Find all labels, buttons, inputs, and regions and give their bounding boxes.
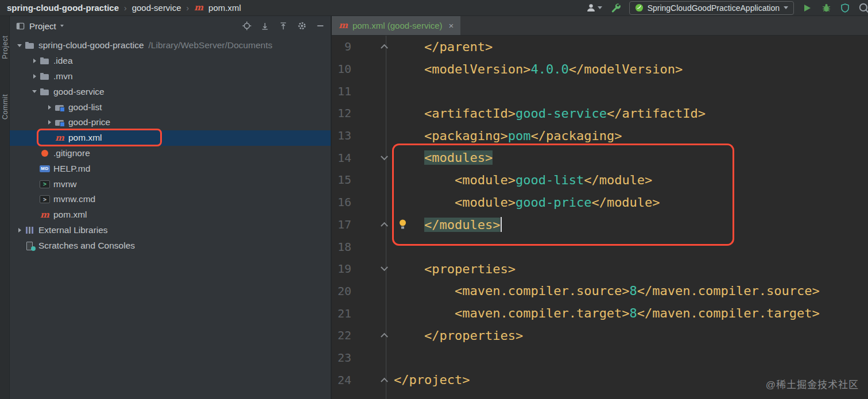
line-number: 12 [332,106,351,120]
tree-item[interactable]: .mvn [10,69,331,84]
tree-item[interactable]: good-price [10,115,331,130]
tree-item[interactable]: mpom.xml [10,130,331,146]
text-cursor [501,217,502,232]
locate-file-icon[interactable] [242,21,251,31]
tree-item[interactable]: .idea [10,53,331,69]
code-line[interactable]: 18 [332,235,868,258]
code-token: <artifactId> [424,106,516,121]
code-line[interactable]: 14 <modules> [332,146,868,169]
stripe-commit-button[interactable]: Commit [1,94,9,119]
code-line[interactable]: 21 <maven.compiler.target>8</maven.compi… [332,302,868,324]
chevron-right-icon[interactable] [14,228,25,233]
folder-icon [40,72,50,81]
maven-icon: m [40,210,50,219]
shell-icon: > [40,180,50,188]
code-line[interactable]: 22 </properties> [332,324,868,347]
code-line[interactable]: 11 [332,80,868,102]
run-configuration-select[interactable]: SpringCloudGoodPracticeApplication [629,1,794,15]
collapse-all-icon[interactable] [278,21,288,31]
tree-item[interactable]: MDHELP.md [10,161,331,176]
module-folder-icon [55,118,65,127]
gutter-cell [351,125,394,147]
run-button[interactable] [801,2,813,14]
breadcrumb-item[interactable]: pom.xml [208,3,241,13]
chevron-down-icon[interactable] [29,90,40,93]
tree-item[interactable]: good-service [10,84,331,99]
build-hammer-icon[interactable] [610,2,622,14]
main-toolbar: spring-cloud-good-practice›good-service›… [0,0,868,16]
coverage-shield-icon[interactable] [839,2,851,14]
project-panel-title[interactable]: Project [29,21,56,31]
fold-down-icon[interactable] [381,264,388,272]
code-line[interactable]: 17 </modules> [332,214,868,236]
tree-item[interactable]: Scratches and Consoles [10,238,331,253]
tree-item-label: .idea [53,56,73,66]
code-token: </artifactId> [607,106,706,121]
tree-item-label: good-price [68,117,110,127]
code-line[interactable]: 9 </parent> [332,36,868,58]
tree-item-label: mvnw.cmd [53,194,95,204]
fold-up-icon[interactable] [381,378,388,385]
editor-tab[interactable]: m pom.xml (good-service) × [332,16,460,35]
fold-up-icon[interactable] [381,44,388,52]
gutter-cell [351,280,394,303]
stripe-project-button[interactable]: Project [1,36,9,59]
code-line[interactable]: 23 [332,347,868,369]
chevron-down-icon [598,6,602,9]
search-icon[interactable] [858,2,868,14]
expand-all-icon[interactable] [260,21,270,31]
code-line[interactable]: 12 <artifactId>good-service</artifactId> [332,102,868,125]
code-text: <modules> [394,150,493,165]
tree-item[interactable]: >mvnw.cmd [10,192,331,207]
close-icon[interactable]: × [449,21,454,30]
fold-down-icon[interactable] [381,153,388,160]
hide-panel-icon[interactable] [315,21,325,31]
tree-item[interactable]: >mvnw [10,176,331,192]
code-line[interactable]: 13 <packaging>pom</packaging> [332,125,868,147]
user-icon[interactable] [586,2,603,14]
debug-button[interactable] [820,2,832,14]
tree-item[interactable]: .gitignore [10,146,331,161]
chevron-right-icon[interactable] [44,120,55,125]
fold-up-icon[interactable] [381,222,388,230]
cmd-icon: > [40,195,50,203]
line-number: 17 [332,218,351,231]
code-line[interactable]: 16 <module>good-price</module> [332,191,868,214]
tree-item[interactable]: spring-cloud-good-practice/Library/WebSe… [10,38,331,53]
gutter-cell [351,191,394,214]
chevron-right-icon[interactable] [29,59,40,63]
code-line[interactable]: 10 <modelVersion>4.0.0</modelVersion> [332,58,868,80]
tree-item-path: /Library/WebServer/Documents [149,40,273,51]
line-number: 19 [332,262,351,276]
code-token: </module> [584,173,652,187]
chevron-down-icon[interactable] [60,25,64,27]
folder-icon [25,41,35,50]
editor-tab-label: pom.xml (good-service) [352,21,443,30]
line-number: 14 [332,151,351,165]
tree-item[interactable]: mpom.xml [10,207,331,223]
code-token: </parent> [424,40,493,54]
breadcrumb-item[interactable]: good-service [132,3,181,13]
tool-window-icon [16,21,25,31]
tree-item-label: .mvn [53,71,73,82]
fold-up-icon[interactable] [381,333,388,340]
intention-bulb-icon[interactable] [398,219,407,229]
code-line[interactable]: 20 <maven.compiler.source>8</maven.compi… [332,280,868,303]
code-token: 8 [630,306,637,320]
line-number: 9 [332,40,351,53]
tree-item[interactable]: good-list [10,99,331,115]
code-line[interactable]: 15 <module>good-list</module> [332,169,868,191]
module-folder-icon [55,103,65,112]
code-text: <module>good-list</module> [394,173,652,187]
code-text: </project> [394,373,470,387]
chevron-right-icon[interactable] [29,74,40,79]
chevron-down-icon[interactable] [14,44,25,47]
tree-item[interactable]: External Libraries [10,223,331,238]
settings-gear-icon[interactable] [297,21,307,31]
code-editor: 9 </parent>10 <modelVersion>4.0.0</model… [332,36,868,399]
tree-item-label: .gitignore [53,148,90,158]
chevron-right-icon[interactable] [44,105,55,110]
breadcrumb-item[interactable]: spring-cloud-good-practice [7,3,119,13]
code-text: <modelVersion>4.0.0</modelVersion> [394,62,683,76]
code-line[interactable]: 19 <properties> [332,258,868,280]
